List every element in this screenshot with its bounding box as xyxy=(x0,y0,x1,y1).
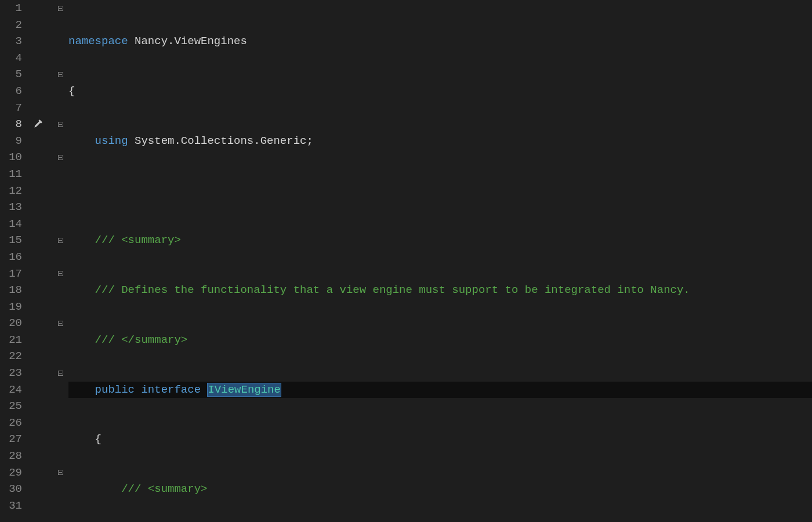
line-number: 1 xyxy=(0,0,22,17)
code-line[interactable]: /// <summary> xyxy=(68,232,812,249)
fold-row[interactable] xyxy=(52,232,68,249)
fold-row[interactable] xyxy=(52,83,68,100)
line-number: 12 xyxy=(0,183,22,200)
fold-gutter[interactable] xyxy=(52,0,68,522)
quick-action-icon[interactable] xyxy=(32,118,43,129)
line-number: 16 xyxy=(0,249,22,266)
line-number: 22 xyxy=(0,348,22,365)
line-number: 24 xyxy=(0,382,22,398)
fold-row[interactable] xyxy=(52,299,68,316)
code-line[interactable]: /// Defines the functionality that a vie… xyxy=(68,282,812,299)
fold-row[interactable] xyxy=(52,100,68,117)
line-number: 13 xyxy=(0,199,22,216)
fold-row[interactable] xyxy=(52,382,68,398)
fold-row[interactable] xyxy=(52,17,68,34)
fold-row[interactable] xyxy=(52,315,68,332)
selected-identifier[interactable]: IViewEngine xyxy=(207,383,281,397)
fold-row[interactable] xyxy=(52,332,68,349)
line-number: 29 xyxy=(0,465,22,481)
line-number: 17 xyxy=(0,266,22,282)
line-number: 21 xyxy=(0,332,22,349)
line-number: 10 xyxy=(0,149,22,166)
fold-row[interactable] xyxy=(52,282,68,299)
fold-row[interactable] xyxy=(52,348,68,365)
fold-marker-icon[interactable] xyxy=(58,6,63,11)
fold-row[interactable] xyxy=(52,183,68,200)
line-number: 30 xyxy=(0,481,22,498)
line-number: 27 xyxy=(0,431,22,448)
fold-marker-icon[interactable] xyxy=(58,155,63,160)
fold-marker-icon[interactable] xyxy=(58,238,63,243)
line-number: 31 xyxy=(0,498,22,514)
fold-row[interactable] xyxy=(52,249,68,266)
line-number: 15 xyxy=(0,232,22,249)
code-line[interactable]: { xyxy=(68,83,812,100)
code-line[interactable] xyxy=(68,183,812,200)
fold-row[interactable] xyxy=(52,415,68,432)
line-number: 26 xyxy=(0,415,22,432)
fold-row[interactable] xyxy=(52,166,68,183)
fold-row[interactable] xyxy=(52,481,68,498)
fold-row[interactable] xyxy=(52,149,68,166)
fold-row[interactable] xyxy=(52,66,68,83)
line-number: 28 xyxy=(0,448,22,465)
fold-row[interactable] xyxy=(52,398,68,415)
fold-row[interactable] xyxy=(52,448,68,465)
line-number: 23 xyxy=(0,365,22,382)
line-number: 9 xyxy=(0,133,22,150)
line-number: 14 xyxy=(0,216,22,233)
fold-row[interactable] xyxy=(52,0,68,17)
fold-marker-icon[interactable] xyxy=(58,72,63,77)
fold-row[interactable] xyxy=(52,50,68,67)
fold-row[interactable] xyxy=(52,266,68,282)
code-line[interactable]: namespace Nancy.ViewEngines xyxy=(68,33,812,50)
code-editor[interactable]: 1234567891011121314151617181920212223242… xyxy=(0,0,812,522)
line-number: 2 xyxy=(0,17,22,34)
code-line[interactable]: /// </summary> xyxy=(68,332,812,349)
line-number-gutter: 1234567891011121314151617181920212223242… xyxy=(0,0,28,522)
line-number: 5 xyxy=(0,66,22,83)
line-number: 11 xyxy=(0,166,22,183)
glyph-margin xyxy=(28,0,52,522)
fold-marker-icon[interactable] xyxy=(58,122,63,127)
fold-row[interactable] xyxy=(52,498,68,514)
fold-row[interactable] xyxy=(52,116,68,133)
fold-row[interactable] xyxy=(52,133,68,150)
line-number: 19 xyxy=(0,299,22,316)
line-number: 20 xyxy=(0,315,22,332)
fold-marker-icon[interactable] xyxy=(58,321,63,326)
fold-marker-icon[interactable] xyxy=(58,271,63,276)
fold-row[interactable] xyxy=(52,465,68,481)
line-number: 18 xyxy=(0,282,22,299)
line-number: 4 xyxy=(0,50,22,67)
fold-row[interactable] xyxy=(52,216,68,233)
line-number: 25 xyxy=(0,398,22,415)
code-line[interactable]: /// <summary> xyxy=(68,481,812,498)
fold-row[interactable] xyxy=(52,199,68,216)
line-number: 7 xyxy=(0,100,22,117)
fold-row[interactable] xyxy=(52,365,68,382)
code-line-current[interactable]: public interface IViewEngine xyxy=(68,382,812,398)
fold-marker-icon[interactable] xyxy=(58,470,63,475)
line-number: 8 xyxy=(0,116,22,133)
code-line[interactable]: using System.Collections.Generic; xyxy=(68,133,812,150)
code-area[interactable]: namespace Nancy.ViewEngines { using Syst… xyxy=(68,0,812,522)
fold-row[interactable] xyxy=(52,33,68,50)
line-number: 6 xyxy=(0,83,22,100)
fold-row[interactable] xyxy=(52,431,68,448)
fold-marker-icon[interactable] xyxy=(58,371,63,376)
line-number: 3 xyxy=(0,33,22,50)
code-line[interactable]: { xyxy=(68,431,812,448)
